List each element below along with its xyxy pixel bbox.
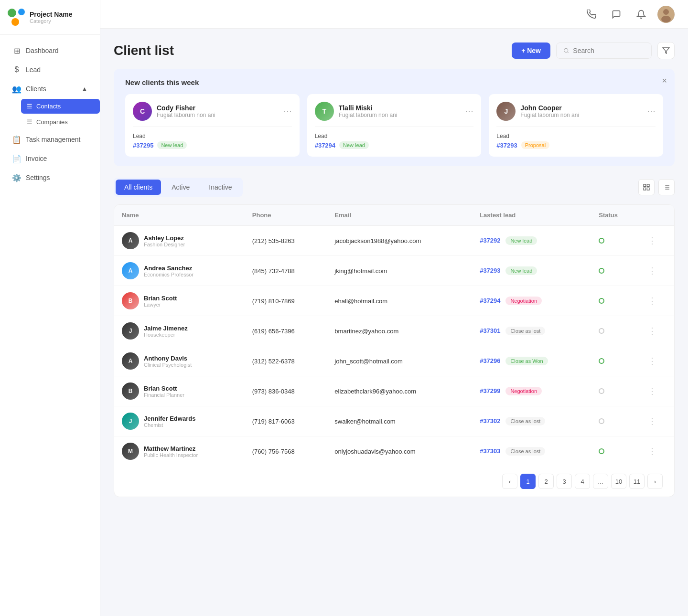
svg-marker-4 <box>663 48 669 53</box>
sidebar-item-settings[interactable]: ⚙️ Settings <box>4 169 96 187</box>
lead-link[interactable]: #37296 <box>480 357 500 364</box>
lead-id[interactable]: #37294 <box>315 142 335 149</box>
search-icon <box>563 47 569 54</box>
lead-link[interactable]: #37293 <box>480 267 500 274</box>
lead-id[interactable]: #37295 <box>133 142 153 149</box>
email-cell: swalker@hotmail.com <box>327 406 472 436</box>
user-avatar[interactable] <box>657 6 675 23</box>
sidebar-item-clients[interactable]: 👥 Clients ▲ <box>4 80 96 98</box>
tab-active[interactable]: Active <box>163 180 198 195</box>
person-job: Economics Professor <box>144 272 194 277</box>
card-menu-button[interactable]: ⋯ <box>647 106 656 117</box>
brand-name: Project Name <box>30 11 72 18</box>
main-content: Client list + New New clients this week <box>100 0 688 616</box>
pagination-page-11[interactable]: 11 <box>629 474 645 489</box>
table-row: A Ashley Lopez Fashion Designer (212) 53… <box>114 226 674 256</box>
row-menu-button[interactable]: ⋮ <box>648 386 656 396</box>
sidebar-item-label: Contacts <box>36 103 61 110</box>
person-job: Clinical Psychologist <box>144 362 192 368</box>
sidebar-item-invoice[interactable]: 📄 Invoice <box>4 149 96 168</box>
person-name: Anthony Davis <box>144 355 192 362</box>
pagination-page-1[interactable]: 1 <box>520 474 536 489</box>
close-button[interactable]: × <box>662 76 667 85</box>
row-menu-button[interactable]: ⋮ <box>648 326 656 336</box>
email-cell: ehall@hotmail.com <box>327 286 472 316</box>
person-job: Financial Planner <box>144 392 184 398</box>
row-menu-button[interactable]: ⋮ <box>648 236 656 245</box>
row-menu-button[interactable]: ⋮ <box>648 416 656 426</box>
clients-icon: 👥 <box>12 85 21 93</box>
lead-label: Lead <box>315 133 474 139</box>
sidebar-item-contacts[interactable]: ☰ Contacts <box>21 99 100 114</box>
sidebar-item-label: Dashboard <box>26 47 59 54</box>
pagination-page-3[interactable]: 3 <box>557 474 572 489</box>
pagination-page-4[interactable]: 4 <box>575 474 590 489</box>
sidebar-nav: ⊞ Dashboard $ Lead 👥 Clients ▲ ☰ Contact… <box>0 35 100 616</box>
lead-row: #37293 Proposal <box>496 141 656 149</box>
col-name: Name <box>114 205 245 226</box>
search-input[interactable] <box>573 47 645 54</box>
lead-link[interactable]: #37301 <box>480 327 500 334</box>
settings-icon: ⚙️ <box>12 173 21 182</box>
new-button[interactable]: + New <box>512 42 550 59</box>
lead-link[interactable]: #37294 <box>480 297 500 304</box>
client-card: C Cody Fisher Fugiat laborum non ani ⋯ L… <box>125 94 300 157</box>
sidebar-item-label: Clients <box>26 85 46 93</box>
card-menu-button[interactable]: ⋯ <box>283 106 292 117</box>
row-menu-button[interactable]: ⋮ <box>648 356 656 366</box>
sidebar-item-label: Task management <box>26 136 80 143</box>
status-dot <box>599 328 604 334</box>
message-button[interactable] <box>608 6 625 23</box>
grid-view-button[interactable] <box>638 179 655 195</box>
sidebar-item-companies[interactable]: ☰ Companies <box>21 115 100 129</box>
card-menu-button[interactable]: ⋯ <box>465 106 473 117</box>
person-cell: A Anthony Davis Clinical Psychologist <box>114 346 245 376</box>
person-cell: J Jennifer Edwards Chemist <box>114 406 245 436</box>
pagination-prev[interactable]: ‹ <box>502 474 517 489</box>
phone-cell: (719) 817-6063 <box>245 406 327 436</box>
client-desc: Fugiat laborum non ani <box>157 112 215 118</box>
lead-link[interactable]: #37302 <box>480 417 500 425</box>
client-desc: Fugiat laborum non ani <box>339 112 398 118</box>
sidebar-item-label: Invoice <box>26 155 47 162</box>
client-desc: Fugiat laborum non ani <box>520 112 579 118</box>
client-avatar: T <box>315 102 334 121</box>
sidebar-item-lead[interactable]: $ Lead <box>4 61 96 79</box>
pagination-page-...[interactable]: ... <box>593 474 608 489</box>
lead-cell: #37302 Close as lost <box>472 406 591 436</box>
lead-link[interactable]: #37303 <box>480 447 500 455</box>
sidebar-item-task-management[interactable]: 📋 Task management <box>4 130 96 149</box>
lead-status-badge: New lead <box>505 236 537 245</box>
svg-point-3 <box>564 48 568 52</box>
person-avatar: J <box>122 322 139 340</box>
pagination-next[interactable]: › <box>647 474 663 489</box>
pagination-page-10[interactable]: 10 <box>611 474 626 489</box>
list-view-button[interactable] <box>658 179 675 195</box>
header-actions: + New <box>512 42 675 59</box>
pagination-page-2[interactable]: 2 <box>538 474 554 489</box>
person-avatar: B <box>122 292 139 309</box>
status-cell <box>591 346 640 376</box>
phone-button[interactable] <box>583 6 600 23</box>
new-clients-title: New clients this week <box>125 78 663 86</box>
notification-button[interactable] <box>633 6 650 23</box>
grid-icon <box>643 183 650 191</box>
sidebar-item-dashboard[interactable]: ⊞ Dashboard <box>4 42 96 60</box>
row-menu-button[interactable]: ⋮ <box>648 296 656 306</box>
row-menu-button[interactable]: ⋮ <box>648 446 656 456</box>
lead-link[interactable]: #37299 <box>480 387 500 394</box>
lead-link[interactable]: #37292 <box>480 237 500 244</box>
tab-all[interactable]: All clients <box>116 180 161 195</box>
logo-circle-orange <box>11 18 19 26</box>
tab-inactive[interactable]: Inactive <box>200 180 240 195</box>
phone-cell: (973) 836-0348 <box>245 376 327 406</box>
filter-button[interactable] <box>657 42 675 59</box>
lead-cell: #37292 New lead <box>472 226 591 256</box>
status-cell <box>591 226 640 256</box>
row-menu-button[interactable]: ⋮ <box>648 266 656 276</box>
lead-id[interactable]: #37293 <box>496 142 517 149</box>
status-cell <box>591 316 640 346</box>
status-cell <box>591 376 640 406</box>
col-status: Status <box>591 205 640 226</box>
status-dot <box>599 238 604 244</box>
